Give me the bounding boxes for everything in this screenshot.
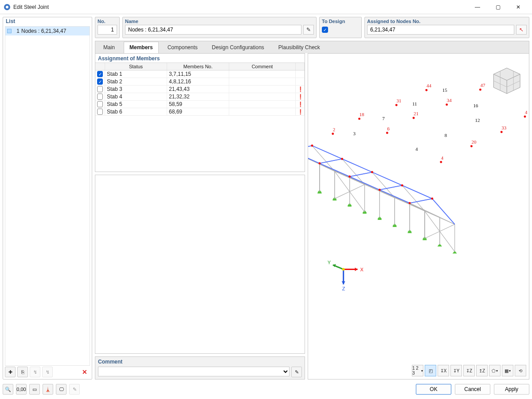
list-btn-b[interactable]: ↯ (42, 367, 53, 377)
row-checkbox[interactable] (97, 101, 103, 107)
cell-warn: ❗ (296, 108, 305, 115)
cell-comment (229, 70, 296, 78)
svg-line-76 (395, 197, 410, 204)
ok-button[interactable]: OK (416, 384, 451, 395)
table-row[interactable]: ✓Stab 24,8,12,16 (95, 78, 305, 86)
svg-marker-162 (355, 268, 358, 271)
svg-text:X: X (360, 267, 364, 272)
row-checkbox[interactable] (97, 109, 103, 115)
nodes-pick-button[interactable]: ↖ (516, 25, 527, 35)
table-row[interactable]: ✓Stab 13,7,11,15 (95, 70, 305, 78)
svg-line-107 (410, 199, 432, 203)
cell-members: 3,7,11,15 (167, 70, 229, 78)
svg-point-122 (501, 131, 503, 133)
svg-line-69 (350, 177, 365, 184)
footer-member-button[interactable]: ✎ (69, 384, 80, 395)
cell-members: 68,69 (167, 108, 229, 115)
todesign-checkbox[interactable]: ✓ (322, 27, 328, 33)
svg-text:6: 6 (387, 126, 390, 131)
svg-line-87 (402, 185, 425, 211)
grid-header: Status Members No. Comment (95, 63, 305, 70)
table-row[interactable]: Stab 558,59❗ (95, 101, 305, 108)
svg-point-134 (409, 202, 411, 204)
vp-view-select-button[interactable]: ◰ (425, 365, 436, 376)
cell-members: 21,43,43 (167, 86, 229, 93)
svg-text:Z: Z (342, 286, 345, 291)
list-delete-button[interactable]: ✕ (79, 367, 90, 377)
col-status: Status (105, 63, 167, 70)
tab-members[interactable]: Members (124, 42, 159, 54)
list-item[interactable]: 1 Nodes : 6,21,34,47 (5, 27, 90, 35)
svg-point-114 (479, 89, 481, 91)
svg-point-1 (6, 6, 8, 8)
table-row[interactable]: Stab 421,32,32❗ (95, 93, 305, 101)
cell-warn: ❗ (296, 101, 305, 108)
field-nodes-input[interactable] (367, 25, 514, 35)
vp-numbering-button[interactable]: 1 2 3▾ (412, 365, 423, 376)
vp-axis-x-button[interactable]: ↧X (438, 365, 449, 376)
cell-members: 21,32,32 (167, 93, 229, 100)
vp-axis-neg-z-button[interactable]: ↥Z (476, 365, 488, 376)
footer-monitor-button[interactable]: 🖵 (56, 384, 66, 395)
footer-frame-button[interactable]: ▭ (29, 384, 40, 395)
comment-select[interactable] (98, 367, 289, 376)
field-name-input[interactable] (125, 25, 301, 35)
list-new-button[interactable]: ✚ (5, 367, 16, 377)
table-row[interactable]: Stab 321,43,43❗ (95, 86, 305, 93)
svg-point-115 (395, 104, 398, 106)
row-checkbox[interactable]: ✓ (97, 71, 103, 77)
svg-text:7: 7 (382, 116, 385, 121)
vp-isometric-button[interactable]: ⬠▾ (489, 365, 501, 376)
row-checkbox[interactable]: ✓ (97, 78, 103, 85)
footer: 🔍0,00▭🗼🖵✎ OK Cancel Apply (3, 382, 529, 396)
vp-display-button[interactable]: ▦▾ (502, 365, 513, 376)
svg-point-131 (401, 184, 403, 187)
row-checkbox[interactable] (97, 94, 103, 100)
svg-text:4: 4 (441, 155, 444, 160)
list-item-text: Nodes : 6,21,34,47 (21, 28, 66, 34)
field-nodes: Assigned to Nodes No. ↖ (364, 17, 529, 38)
vp-reset-button[interactable]: ⟲ (515, 365, 526, 376)
window-minimize[interactable]: — (467, 0, 488, 14)
tab-plausibility-check[interactable]: Plausibility Check (273, 42, 325, 53)
members-panel-title: Assignment of Members (95, 54, 305, 63)
list-btn-a[interactable]: ↯ (30, 367, 40, 377)
tab-main[interactable]: Main (98, 42, 120, 53)
svg-line-73 (364, 184, 379, 191)
window-title: Edit Steel Joint (13, 4, 467, 10)
viewport-3d[interactable]: 44473134182126433204 151116731284 (308, 53, 529, 379)
col-membersno: Members No. (167, 63, 229, 70)
field-no-input[interactable] (98, 25, 117, 35)
svg-line-99 (312, 146, 342, 159)
members-grid[interactable]: Status Members No. Comment ✓Stab 13,7,11… (95, 63, 305, 116)
name-edit-button[interactable]: ✎ (303, 25, 314, 35)
svg-point-125 (311, 145, 313, 147)
tab-components[interactable]: Components (162, 42, 203, 53)
window-maximize[interactable]: ▢ (488, 0, 508, 14)
footer-model-button[interactable]: 🗼 (43, 384, 53, 395)
svg-line-75 (410, 204, 425, 211)
comment-label: Comment (98, 359, 302, 365)
table-row[interactable]: Stab 668,69❗ (95, 108, 305, 116)
list-body[interactable]: 1 Nodes : 6,21,34,47 (5, 26, 90, 366)
vp-axis-y-button[interactable]: ↧Y (450, 365, 462, 376)
apply-button[interactable]: Apply (494, 384, 529, 395)
cell-warn (296, 78, 305, 85)
window-close[interactable]: ✕ (508, 0, 528, 14)
tab-design-configurations[interactable]: Design Configurations (207, 42, 270, 53)
vp-axis-z-button[interactable]: ↧Z (463, 365, 475, 376)
list-copy-button[interactable]: ⎘ (17, 367, 28, 377)
footer-units-button[interactable]: 0,00 (16, 384, 27, 395)
svg-point-120 (386, 132, 388, 134)
cancel-button[interactable]: Cancel (455, 384, 490, 395)
warning-icon: ❗ (297, 109, 304, 115)
svg-text:8: 8 (445, 133, 447, 138)
svg-line-66 (320, 164, 335, 171)
footer-search-button[interactable]: 🔍 (3, 384, 13, 395)
field-name: Name ✎ (122, 17, 317, 38)
axis-triad: X Y Z (328, 260, 364, 292)
comment-edit-button[interactable]: ✎ (291, 367, 302, 377)
svg-line-72 (379, 191, 395, 198)
row-checkbox[interactable] (97, 86, 103, 92)
svg-text:47: 47 (480, 82, 485, 88)
